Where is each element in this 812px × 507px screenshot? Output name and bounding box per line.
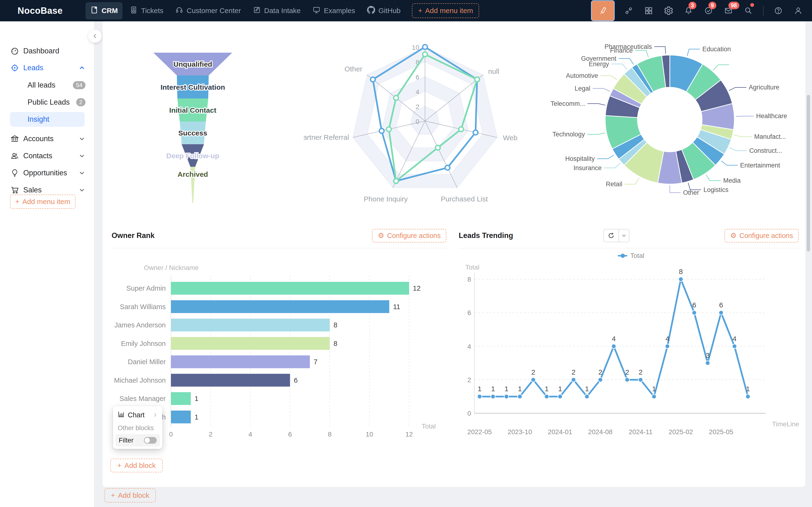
svg-text:Web: Web	[503, 134, 517, 142]
svg-text:0: 0	[467, 410, 471, 417]
sidebar-item-opportunities[interactable]: Opportunities	[0, 165, 95, 181]
svg-text:12: 12	[405, 431, 413, 438]
search-icon[interactable]	[743, 5, 754, 16]
svg-text:1: 1	[558, 385, 562, 393]
svg-text:8: 8	[334, 321, 338, 329]
github-icon	[367, 6, 375, 16]
bar-chart-icon	[118, 411, 124, 419]
nav-tab-customer-center[interactable]: Customer Center	[170, 2, 246, 19]
svg-text:Other: Other	[683, 189, 699, 196]
nav-tab-label: Tickets	[141, 7, 163, 15]
sidebar-item-label: All leads	[28, 81, 73, 90]
filter-toggle[interactable]	[144, 437, 157, 444]
popup-other-blocks-heading: Other blocks	[115, 421, 160, 433]
plus-icon: +	[117, 461, 121, 469]
gauge-icon	[10, 47, 19, 55]
svg-text:Initial Contact: Initial Contact	[169, 106, 216, 114]
leads-trending-chart: 024682022-052023-102024-012024-082024-11…	[461, 259, 805, 448]
svg-text:Healthcare: Healthcare	[756, 112, 787, 120]
popup-chart-menu-item[interactable]: Chart	[115, 408, 160, 421]
svg-text:6: 6	[467, 309, 471, 317]
sidebar-add-menu-item-button[interactable]: + Add menu item	[10, 194, 75, 209]
nav-tab-github[interactable]: GitHub	[362, 2, 405, 19]
help-icon[interactable]	[773, 5, 783, 16]
bell-badge: 3	[689, 2, 696, 9]
svg-text:1: 1	[505, 385, 509, 393]
svg-text:James Anderson: James Anderson	[114, 321, 166, 329]
people-icon	[10, 152, 19, 160]
refresh-split-button[interactable]	[603, 229, 629, 242]
section-title: Leads Trending	[459, 231, 513, 240]
sidebar-item-all-leads[interactable]: All leads 54	[0, 77, 95, 93]
user-avatar-icon[interactable]	[793, 5, 804, 16]
plugin-icon[interactable]	[623, 5, 634, 16]
vertical-scrollbar[interactable]	[807, 95, 810, 251]
sidebar-item-contacts[interactable]: Contacts	[0, 148, 95, 164]
page-add-block-button[interactable]: + Add block	[104, 488, 156, 503]
navbar-add-menu-item-button[interactable]: + Add menu item	[412, 3, 479, 18]
svg-text:Archived: Archived	[177, 170, 208, 178]
sidebar-item-public-leads[interactable]: Public Leads 2	[0, 95, 95, 110]
chevron-down-icon	[79, 187, 85, 193]
form-icon	[253, 6, 261, 16]
chevron-down-icon	[79, 136, 85, 142]
svg-text:1: 1	[491, 385, 495, 393]
lead-funnel-chart: UnqualifiedInterest CultivationInitial C…	[112, 31, 304, 207]
target-icon	[10, 64, 19, 72]
nav-tab-examples[interactable]: Examples	[308, 2, 360, 19]
sidebar-item-accounts[interactable]: Accounts	[0, 131, 95, 147]
add-menu-item-label: Add menu item	[425, 7, 473, 15]
plus-icon: +	[111, 491, 115, 499]
svg-text:h: h	[162, 413, 166, 421]
svg-text:Manufact...: Manufact...	[754, 133, 786, 140]
popup-item-label: Chart	[128, 411, 150, 419]
mail-icon[interactable]: 98	[723, 5, 733, 16]
svg-text:2024-01: 2024-01	[548, 428, 572, 436]
svg-text:1: 1	[195, 395, 199, 402]
svg-text:Sarah Williams: Sarah Williams	[120, 303, 166, 311]
add-block-label: Add block	[118, 491, 149, 499]
svg-text:7: 7	[314, 358, 317, 365]
card-add-block-button[interactable]: + Add block	[110, 459, 163, 472]
dashboard-card: UnqualifiedInterest CultivationInitial C…	[103, 21, 805, 487]
svg-text:0: 0	[415, 118, 419, 125]
leads-trending-configure-actions-button[interactable]: ⚙ Configure actions	[724, 229, 799, 242]
bank-icon	[10, 134, 19, 143]
chevron-down-icon	[79, 153, 85, 159]
svg-text:Automotive: Automotive	[566, 72, 598, 79]
refresh-icon[interactable]	[604, 229, 618, 242]
nav-tab-tickets[interactable]: Tickets	[125, 2, 168, 19]
count-badge: 2	[76, 98, 86, 106]
svg-text:Total: Total	[465, 264, 479, 271]
svg-text:0: 0	[169, 431, 173, 438]
notifications-bell-icon[interactable]: 3	[683, 5, 694, 16]
svg-text:2: 2	[625, 368, 629, 376]
svg-text:6: 6	[294, 377, 298, 384]
top-navbar: NocoBase CRM Tickets Customer Center Dat…	[0, 0, 812, 21]
chevron-down-icon[interactable]	[618, 229, 629, 242]
settings-gear-icon[interactable]	[663, 5, 674, 16]
sidebar-item-insight[interactable]: Insight	[10, 112, 85, 127]
main-menu: CRM Tickets Customer Center Data Intake …	[86, 2, 405, 19]
plus-icon: +	[15, 198, 19, 206]
ui-editor-button[interactable]	[592, 1, 614, 20]
book-icon	[90, 6, 98, 16]
nav-tab-data-intake[interactable]: Data Intake	[248, 2, 305, 19]
sidebar-collapse-button[interactable]	[88, 30, 102, 43]
sidebar-item-dashboard[interactable]: Dashboard	[0, 43, 95, 59]
sidebar-item-leads[interactable]: Leads	[0, 60, 95, 76]
svg-text:Success: Success	[178, 129, 207, 137]
blocks-grid-icon[interactable]	[644, 5, 654, 16]
owner-rank-configure-actions-button[interactable]: ⚙ Configure actions	[372, 229, 446, 242]
ticket-icon	[130, 6, 138, 16]
svg-text:Purchased List: Purchased List	[441, 195, 488, 203]
svg-text:1: 1	[518, 385, 522, 393]
svg-text:8: 8	[334, 340, 338, 347]
svg-text:Government: Government	[581, 55, 616, 62]
nav-tab-crm[interactable]: CRM	[86, 2, 122, 19]
svg-text:1: 1	[195, 413, 199, 421]
popup-filter-menu-item[interactable]: Filter	[115, 434, 160, 447]
svg-text:Emily Johnson: Emily Johnson	[121, 340, 166, 347]
todo-check-icon[interactable]: 9	[703, 5, 714, 16]
svg-text:Legal: Legal	[574, 85, 590, 92]
